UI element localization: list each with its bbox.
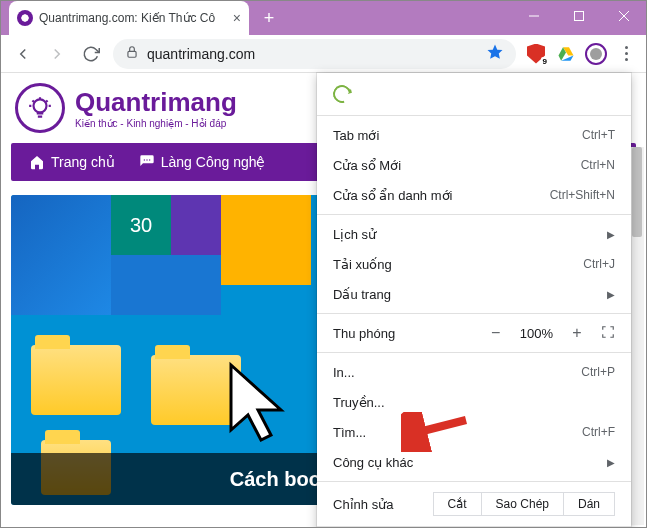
drive-extension-icon[interactable]: [552, 40, 580, 68]
menu-separator: [317, 115, 631, 116]
menu-bookmarks[interactable]: Dấu trang▶: [317, 279, 631, 309]
menu-incognito[interactable]: Cửa sổ ẩn danh mớiCtrl+Shift+N: [317, 180, 631, 210]
profile-button[interactable]: [582, 40, 610, 68]
close-window-button[interactable]: [601, 1, 646, 31]
menu-header-icon: [317, 77, 631, 111]
lock-icon: [125, 45, 139, 63]
brand-tagline: Kiến thức - Kinh nghiệm - Hỏi đáp: [75, 118, 237, 129]
menu-separator: [317, 481, 631, 482]
menu-downloads[interactable]: Tải xuốngCtrl+J: [317, 249, 631, 279]
svg-point-10: [143, 159, 144, 160]
chat-icon: [139, 154, 155, 170]
svg-marker-13: [231, 365, 281, 440]
menu-edit: Chỉnh sửa Cắt Sao Chép Dán: [317, 486, 631, 522]
svg-point-9: [34, 99, 47, 112]
chevron-right-icon: ▶: [607, 289, 615, 300]
browser-titlebar: Quantrimang.com: Kiến Thức Cô × +: [1, 1, 646, 35]
folder-icon: [31, 345, 121, 415]
site-logo-text[interactable]: Quantrimang Kiến thức - Kinh nghiệm - Hỏ…: [75, 87, 237, 129]
tab-favicon: [17, 10, 33, 26]
tile-yellow: [221, 195, 311, 285]
edit-paste-button[interactable]: Dán: [563, 492, 615, 516]
chevron-right-icon: ▶: [607, 229, 615, 240]
tile-image: [11, 195, 111, 315]
browser-tab[interactable]: Quantrimang.com: Kiến Thức Cô ×: [9, 1, 249, 35]
chrome-main-menu: Tab mớiCtrl+T Cửa sổ MớiCtrl+N Cửa sổ ẩn…: [317, 73, 631, 528]
menu-separator: [317, 526, 631, 527]
address-bar[interactable]: quantrimang.com: [113, 39, 516, 69]
window-controls: [511, 1, 646, 31]
edit-cut-button[interactable]: Cắt: [433, 492, 482, 516]
chevron-right-icon: ▶: [607, 457, 615, 468]
site-logo-icon[interactable]: [15, 83, 65, 133]
menu-new-window[interactable]: Cửa sổ MớiCtrl+N: [317, 150, 631, 180]
vertical-scrollbar[interactable]: [630, 147, 644, 525]
home-icon: [29, 154, 45, 170]
menu-separator: [317, 214, 631, 215]
minimize-button[interactable]: [511, 1, 556, 31]
brand-name: Quantrimang: [75, 87, 237, 118]
maximize-button[interactable]: [556, 1, 601, 31]
menu-new-tab[interactable]: Tab mớiCtrl+T: [317, 120, 631, 150]
svg-point-12: [149, 159, 150, 160]
zoom-in-button[interactable]: +: [567, 324, 587, 342]
shield-badge: 9: [541, 57, 549, 67]
fullscreen-button[interactable]: [601, 325, 615, 342]
new-tab-button[interactable]: +: [255, 4, 283, 32]
tile-app: [171, 195, 221, 255]
back-button[interactable]: [7, 38, 39, 70]
forward-button[interactable]: [41, 38, 73, 70]
nav-tech[interactable]: Làng Công nghệ: [129, 146, 276, 178]
kebab-icon: [625, 46, 628, 61]
menu-find[interactable]: Tìm...Ctrl+F: [317, 417, 631, 447]
zoom-value: 100%: [520, 326, 553, 341]
browser-toolbar: quantrimang.com 9: [1, 35, 646, 73]
close-tab-icon[interactable]: ×: [233, 10, 241, 26]
menu-print[interactable]: In...Ctrl+P: [317, 357, 631, 387]
svg-point-11: [146, 159, 147, 160]
menu-separator: [317, 313, 631, 314]
tile-calendar: 30: [111, 195, 171, 255]
nav-home-label: Trang chủ: [51, 154, 115, 170]
menu-history[interactable]: Lịch sử▶: [317, 219, 631, 249]
bookmark-star-icon[interactable]: [486, 43, 504, 65]
avatar-icon: [585, 43, 607, 65]
menu-zoom: Thu phóng − 100% +: [317, 318, 631, 348]
svg-marker-5: [488, 44, 503, 58]
scrollbar-thumb[interactable]: [632, 147, 642, 237]
edit-copy-button[interactable]: Sao Chép: [481, 492, 564, 516]
svg-rect-4: [128, 51, 136, 57]
menu-cast[interactable]: Truyền...: [317, 387, 631, 417]
zoom-out-button[interactable]: −: [486, 324, 506, 342]
svg-rect-1: [574, 12, 583, 21]
reload-button[interactable]: [75, 38, 107, 70]
menu-separator: [317, 352, 631, 353]
menu-more-tools[interactable]: Công cụ khác▶: [317, 447, 631, 477]
nav-home[interactable]: Trang chủ: [19, 146, 125, 178]
tile-wide: [111, 255, 221, 315]
nav-tech-label: Làng Công nghệ: [161, 154, 266, 170]
cursor-illustration: [226, 360, 296, 450]
tab-title: Quantrimang.com: Kiến Thức Cô: [39, 11, 227, 25]
chrome-menu-button[interactable]: [612, 40, 640, 68]
url-text: quantrimang.com: [147, 46, 478, 62]
adblock-extension-icon[interactable]: 9: [522, 40, 550, 68]
